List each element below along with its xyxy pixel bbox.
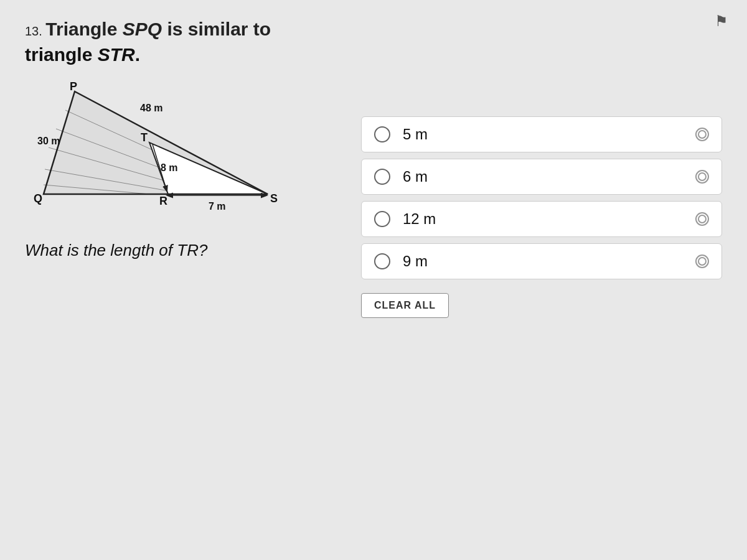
label-side-TR: 8 m xyxy=(161,162,178,173)
label-P: P xyxy=(70,80,77,93)
radio-left-b[interactable] xyxy=(374,169,390,185)
flag-icon[interactable]: ⚑ xyxy=(715,12,728,30)
label-S: S xyxy=(270,192,278,205)
question-number: 13. Triangle SPQ is similar to xyxy=(25,19,722,40)
label-Q: Q xyxy=(34,192,42,205)
radio-right-inner-b xyxy=(698,172,707,181)
left-panel: P Q R S T 30 m 48 m 8 m xyxy=(25,79,324,260)
answer-text-b: 6 m xyxy=(403,168,683,185)
page: ⚑ 13. Triangle SPQ is similar to triangl… xyxy=(0,0,747,560)
answer-text-c: 12 m xyxy=(403,210,683,228)
radio-right-d[interactable] xyxy=(695,254,709,268)
label-T: T xyxy=(141,131,148,144)
label-R: R xyxy=(159,195,167,207)
radio-left-c[interactable] xyxy=(374,211,390,227)
clear-all-button[interactable]: CLEAR ALL xyxy=(361,293,449,318)
label-side-PS: 48 m xyxy=(140,103,162,113)
label-side-PQ: 30 m xyxy=(37,136,60,146)
sub-question: What is the length of TR? xyxy=(25,241,324,260)
right-panel: 5 m 6 m 12 m xyxy=(361,116,722,318)
answer-option-a[interactable]: 5 m xyxy=(361,116,722,152)
answer-option-d[interactable]: 9 m xyxy=(361,243,722,279)
radio-right-inner-d xyxy=(698,257,707,266)
radio-right-inner-c xyxy=(698,215,707,223)
radio-right-inner-a xyxy=(698,130,707,139)
triangle-diagram: P Q R S T 30 m 48 m 8 m xyxy=(25,79,286,222)
question-header: 13. Triangle SPQ is similar to triangle … xyxy=(25,19,722,67)
question-title-line2: triangle STR. xyxy=(25,42,722,67)
answer-option-b[interactable]: 6 m xyxy=(361,159,722,195)
radio-right-a[interactable] xyxy=(695,128,709,141)
radio-right-c[interactable] xyxy=(695,212,709,226)
radio-left-a[interactable] xyxy=(374,126,390,142)
answer-option-c[interactable]: 12 m xyxy=(361,201,722,237)
radio-right-b[interactable] xyxy=(695,170,709,184)
answer-text-a: 5 m xyxy=(403,126,683,143)
radio-left-d[interactable] xyxy=(374,253,390,269)
content-area: P Q R S T 30 m 48 m 8 m xyxy=(25,79,722,318)
answer-text-d: 9 m xyxy=(403,253,683,270)
label-side-RS: 7 m xyxy=(209,201,226,212)
diagram-container: P Q R S T 30 m 48 m 8 m xyxy=(25,79,324,216)
